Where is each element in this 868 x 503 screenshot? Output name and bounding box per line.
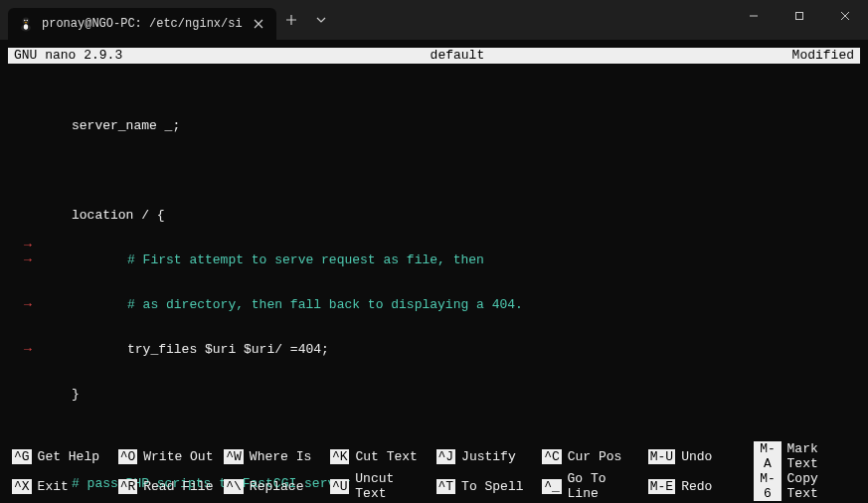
- shortcut-label: Exit: [38, 479, 69, 494]
- tabs: pronay@NGO-PC: /etc/nginx/si: [0, 0, 336, 40]
- maximize-button[interactable]: [777, 0, 822, 32]
- shortcut-label: Read File: [143, 479, 213, 494]
- linux-penguin-icon: [18, 16, 34, 32]
- shortcut-key: ^J: [436, 449, 456, 464]
- svg-point-3: [24, 20, 25, 21]
- shortcut-key: M-A: [754, 441, 781, 471]
- code-line: location / {: [16, 208, 860, 223]
- code-line: # First attempt to serve request as file…: [16, 252, 860, 267]
- shortcut-mark-text[interactable]: M-AMark Text: [754, 441, 856, 471]
- shortcut-uncut-text[interactable]: ^UUncut Text: [330, 471, 433, 501]
- shortcut-read-file[interactable]: ^RRead File: [118, 471, 221, 501]
- tab-dropdown-icon[interactable]: [306, 5, 336, 35]
- shortcut-label: Copy Text: [787, 471, 856, 501]
- window-controls: [731, 0, 868, 40]
- shortcut-exit[interactable]: ^XExit: [12, 471, 114, 501]
- shortcut-label: Cur Pos: [568, 449, 622, 464]
- shortcut-cur-pos[interactable]: ^CCur Pos: [542, 441, 644, 471]
- shortcut-label: Where Is: [250, 449, 311, 464]
- shortcut-label: Get Help: [38, 449, 99, 464]
- code-line: try_files $uri $uri/ =404;: [16, 342, 860, 357]
- shortcut-label: Write Out: [143, 449, 213, 464]
- shortcut-label: To Spell: [461, 479, 523, 494]
- shortcut-key: ^T: [436, 479, 456, 494]
- shortcut-label: Cut Text: [355, 449, 417, 464]
- close-window-button[interactable]: [822, 0, 868, 32]
- shortcut-key: M-E: [648, 479, 675, 494]
- shortcut-key: ^O: [118, 449, 138, 464]
- shortcut-key: ^G: [12, 449, 32, 464]
- terminal-editor[interactable]: GNU nano 2.9.3 default Modified server_n…: [8, 48, 860, 503]
- shortcut-label: Redo: [681, 479, 712, 494]
- nano-version: GNU nano 2.9.3: [14, 48, 122, 64]
- nano-statusbar: GNU nano 2.9.3 default Modified: [8, 48, 860, 64]
- shortcut-key: ^U: [330, 479, 349, 494]
- terminal-tab[interactable]: pronay@NGO-PC: /etc/nginx/si: [8, 8, 276, 40]
- shortcut-key: ^\: [224, 479, 244, 494]
- arrow-annotation-icon: →: [24, 238, 32, 252]
- arrow-annotation-icon: →: [24, 342, 32, 357]
- shortcut-cut-text[interactable]: ^KCut Text: [330, 441, 433, 471]
- shortcut-go-to-line[interactable]: ^_Go To Line: [542, 471, 644, 501]
- shortcut-label: Mark Text: [787, 441, 856, 471]
- nano-shortcuts: ^GGet Help ^OWrite Out ^WWhere Is ^KCut …: [8, 441, 860, 503]
- shortcut-key: ^K: [330, 449, 350, 464]
- arrow-annotation-icon: →: [24, 297, 32, 312]
- shortcut-replace[interactable]: ^\Replace: [224, 471, 326, 501]
- shortcut-key: ^_: [542, 479, 561, 494]
- svg-rect-5: [796, 13, 803, 20]
- shortcut-label: Justify: [461, 449, 516, 464]
- tab-title: pronay@NGO-PC: /etc/nginx/si: [42, 17, 243, 31]
- nano-modified: Modified: [792, 48, 854, 64]
- svg-point-4: [27, 20, 28, 21]
- titlebar: pronay@NGO-PC: /etc/nginx/si: [0, 0, 868, 40]
- shortcut-label: Replace: [250, 479, 304, 494]
- arrow-annotation-icon: →: [24, 252, 32, 267]
- code-line: server_name _;: [16, 118, 860, 133]
- shortcut-where-is[interactable]: ^WWhere Is: [224, 441, 326, 471]
- new-tab-button[interactable]: [276, 5, 306, 35]
- shortcut-key: ^W: [224, 449, 244, 464]
- shortcut-to-spell[interactable]: ^TTo Spell: [436, 471, 539, 501]
- shortcut-key: M-U: [648, 449, 675, 464]
- svg-point-2: [24, 24, 28, 30]
- code-line: # as directory, then fall back to displa…: [16, 297, 860, 312]
- shortcut-write-out[interactable]: ^OWrite Out: [118, 441, 221, 471]
- shortcut-get-help[interactable]: ^GGet Help: [12, 441, 114, 471]
- shortcut-label: Uncut Text: [355, 471, 432, 501]
- shortcut-copy-text[interactable]: M-6Copy Text: [754, 471, 856, 501]
- code-line: }: [16, 387, 860, 402]
- shortcut-redo[interactable]: M-ERedo: [648, 471, 751, 501]
- shortcut-key: ^X: [12, 479, 32, 494]
- shortcut-key: ^R: [118, 479, 138, 494]
- shortcut-undo[interactable]: M-UUndo: [648, 441, 751, 471]
- shortcut-label: Go To Line: [568, 471, 644, 501]
- shortcut-justify[interactable]: ^JJustify: [436, 441, 539, 471]
- minimize-button[interactable]: [731, 0, 777, 32]
- shortcut-label: Undo: [681, 449, 712, 464]
- shortcut-key: ^C: [542, 449, 562, 464]
- editor-content[interactable]: server_name _; location / { # First atte…: [8, 64, 860, 503]
- nano-filename: default: [431, 48, 485, 64]
- shortcut-key: M-6: [754, 471, 781, 501]
- close-icon[interactable]: [251, 16, 266, 32]
